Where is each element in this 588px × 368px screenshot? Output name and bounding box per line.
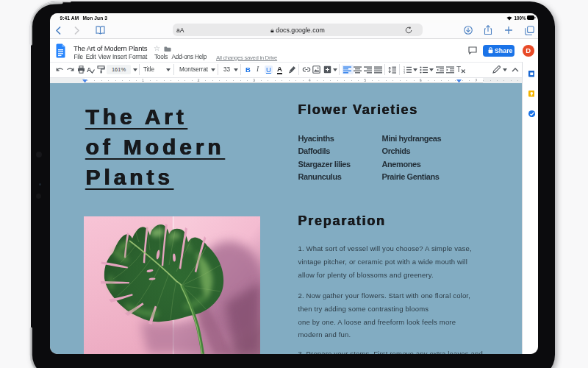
svg-text:T: T — [456, 66, 461, 74]
svg-text:3: 3 — [404, 71, 405, 74]
